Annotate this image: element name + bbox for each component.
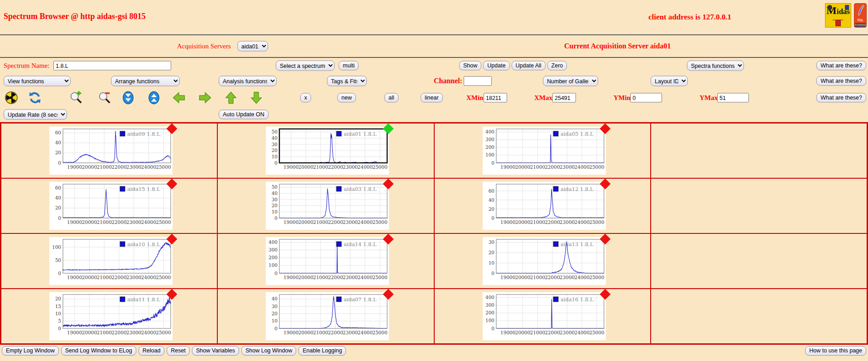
update-rate-dropdown[interactable]: Update Rate (8 secs)	[4, 109, 67, 120]
spectrum-chart-aida11[interactable]: 0510152019000200002100022000230002400025…	[49, 292, 173, 341]
icons-row: x new all linear XMin XMax YMin YMax Wha…	[0, 89, 868, 107]
svg-text:21000: 21000	[530, 330, 545, 335]
svg-text:22000: 22000	[111, 330, 126, 335]
ymin-input[interactable]	[630, 93, 662, 103]
spectrum-chart-aida13[interactable]: 0102030190002000021000220002300024000250…	[483, 237, 606, 286]
gallery-cell-r3-c2[interactable]: 0100200300400190002000021000220002300024…	[217, 233, 434, 289]
refresh-icon[interactable]	[28, 91, 42, 104]
svg-text:100: 100	[52, 244, 61, 250]
arrow-down-icon[interactable]	[249, 91, 263, 104]
reload-button[interactable]: Reload	[139, 346, 165, 356]
midas-logo[interactable]: Midas powered by	[825, 3, 851, 28]
analysis-functions-dropdown[interactable]: Analysis functions	[219, 76, 277, 86]
zoom-in-icon[interactable]	[69, 91, 83, 104]
tags-fits-dropdown[interactable]: Tags & Fits	[327, 76, 367, 86]
show-button[interactable]: Show	[459, 61, 481, 71]
how-to-use-button[interactable]: How to use this page	[805, 346, 866, 356]
svg-text:22000: 22000	[111, 164, 126, 170]
tcl-powered-logo[interactable]: TCL POWERED	[854, 3, 867, 28]
svg-text:22000: 22000	[111, 219, 126, 225]
channel-input[interactable]	[464, 76, 492, 86]
svg-text:19000: 19000	[67, 275, 82, 280]
chart-canvas: 0102030405019000200002100022000230002400…	[266, 127, 389, 175]
chart-legend-label: aida16 1.8.L	[561, 296, 594, 303]
select-spectrum-dropdown[interactable]: Select a spectrum	[276, 61, 335, 71]
xmin-input[interactable]	[484, 93, 507, 103]
chart-canvas: 0510152019000200002100022000230002400025…	[49, 292, 173, 340]
gallery-cell-r3-c3[interactable]: 0102030190002000021000220002300024000250…	[434, 233, 651, 289]
new-button[interactable]: new	[337, 93, 356, 103]
chart-canvas: 0102030405019000200002100022000230002400…	[266, 182, 389, 230]
arrow-up-icon[interactable]	[224, 91, 238, 104]
spectrum-chart-aida14[interactable]: 0100200300400190002000021000220002300024…	[266, 237, 389, 286]
svg-text:40: 40	[272, 296, 278, 301]
svg-text:24000: 24000	[358, 275, 373, 280]
expand-vertical-icon[interactable]	[147, 91, 161, 104]
spectra-functions-dropdown[interactable]: Spectra functions	[687, 61, 744, 71]
reset-button[interactable]: Reset	[167, 346, 190, 356]
gallery-cell-r4-c3[interactable]: 0100200300400190002000021000220002300024…	[434, 289, 651, 344]
gallery-cell-r4-c1[interactable]: 0510152019000200002100022000230002400025…	[1, 289, 217, 344]
svg-text:22000: 22000	[328, 164, 343, 170]
svg-text:19000: 19000	[500, 275, 515, 280]
tcl-logo-text: TCL	[854, 19, 866, 22]
spectrum-chart-aida05[interactable]: 0100200300400190002000021000220002300024…	[483, 127, 606, 176]
spectrum-chart-aida09[interactable]: 0204060190002000021000220002300024000250…	[49, 127, 173, 176]
svg-text:21000: 21000	[313, 219, 328, 225]
spectrum-chart-aida10[interactable]: 0501001900020000210002200023000240002500…	[49, 237, 173, 286]
svg-text:25000: 25000	[372, 164, 387, 170]
gallery-cell-r2-c3[interactable]: 0204060190002000021000220002300024000250…	[434, 178, 651, 233]
gallery-cell-r3-c4	[651, 233, 867, 289]
show-log-window-button[interactable]: Show Log Window	[241, 346, 297, 356]
spectrum-chart-aida03[interactable]: 0102030405019000200002100022000230002400…	[266, 182, 389, 231]
acquisition-server-select[interactable]: aida01	[237, 41, 268, 52]
update-all-button[interactable]: Update All	[512, 61, 546, 71]
xmin-label: XMin	[466, 94, 484, 102]
send-log-to-elog-button[interactable]: Send Log Window to ELog	[61, 346, 136, 356]
gallery-cell-r1-c1[interactable]: 0204060190002000021000220002300024000250…	[1, 123, 217, 178]
multi-button[interactable]: multi	[339, 61, 359, 71]
chart-legend-label: aida03 1.8.L	[344, 186, 377, 192]
auto-update-button[interactable]: Auto Update ON	[219, 110, 269, 119]
zero-button[interactable]: Zero	[547, 61, 567, 71]
gallery-cell-r1-c2[interactable]: 0102030405019000200002100022000230002400…	[217, 123, 434, 178]
linear-button[interactable]: linear	[421, 93, 443, 103]
arrow-right-icon[interactable]	[198, 91, 212, 104]
gallery-cell-r3-c1[interactable]: 0501001900020000210002200023000240002500…	[1, 233, 217, 289]
spectrum-chart-aida16[interactable]: 0100200300400190002000021000220002300024…	[483, 292, 606, 341]
zoom-out-icon[interactable]	[98, 91, 111, 104]
gallery-cell-r2-c2[interactable]: 0102030405019000200002100022000230002400…	[217, 178, 434, 233]
svg-text:23000: 23000	[343, 330, 358, 335]
svg-text:21000: 21000	[313, 275, 328, 280]
number-of-galleries-dropdown[interactable]: Number of Galleries	[543, 76, 598, 86]
layout-id-dropdown[interactable]: Layout ID=3	[651, 76, 688, 86]
svg-text:0: 0	[275, 271, 278, 276]
spectrum-name-input[interactable]	[53, 61, 171, 71]
all-button[interactable]: all	[384, 93, 398, 103]
tcl-feather-icon	[857, 5, 865, 16]
gallery-cell-r2-c1[interactable]: 0204060190002000021000220002300024000250…	[1, 178, 217, 233]
what-are-these-button-2[interactable]: What are these?	[816, 76, 866, 86]
svg-text:21000: 21000	[96, 219, 111, 225]
x-button[interactable]: x	[300, 93, 311, 103]
what-are-these-button-3[interactable]: What are these?	[816, 93, 866, 103]
view-functions-dropdown[interactable]: View functions	[4, 76, 71, 86]
arrow-left-icon[interactable]	[172, 91, 186, 104]
gallery-cell-r4-c2[interactable]: 0102030401900020000210002200023000240002…	[217, 289, 434, 344]
compress-vertical-icon[interactable]	[121, 91, 135, 104]
empty-log-window-button[interactable]: Empty Log Window	[2, 346, 59, 356]
spectrum-chart-aida07[interactable]: 0102030401900020000210002200023000240002…	[266, 292, 389, 341]
svg-text:40: 40	[272, 190, 278, 196]
ymax-input[interactable]	[717, 93, 749, 103]
enable-logging-button[interactable]: Enable Logging	[298, 346, 346, 356]
spectrum-chart-aida15[interactable]: 0204060190002000021000220002300024000250…	[49, 182, 173, 231]
spectrum-chart-aida12[interactable]: 0204060190002000021000220002300024000250…	[483, 182, 606, 231]
show-variables-button[interactable]: Show Variables	[192, 346, 239, 356]
spectrum-chart-aida01[interactable]: 0102030405019000200002100022000230002400…	[266, 127, 389, 176]
gallery-cell-r1-c3[interactable]: 0100200300400190002000021000220002300024…	[434, 123, 651, 178]
radiation-icon[interactable]	[5, 91, 18, 104]
update-button[interactable]: Update	[483, 61, 509, 71]
what-are-these-button-1[interactable]: What are these?	[816, 61, 866, 71]
xmax-input[interactable]	[552, 93, 576, 103]
arrange-functions-dropdown[interactable]: Arrange functions	[111, 76, 180, 86]
